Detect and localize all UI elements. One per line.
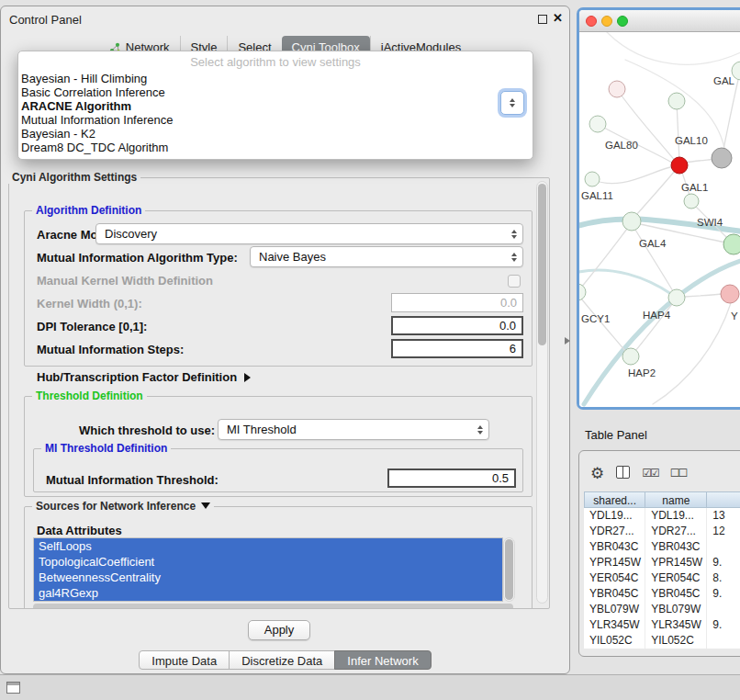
sources-title-row[interactable]: Sources for Network Inference <box>32 500 214 513</box>
network-node-gal10[interactable] <box>671 157 688 174</box>
network-edge[interactable] <box>581 229 627 288</box>
bottom-tab-impute-data[interactable]: Impute Data <box>139 650 230 670</box>
table-row[interactable]: YLR345WYLR345W9. <box>584 617 740 633</box>
table-body: YDL19...YDL19...13YDR27...YDR27...12YBR0… <box>584 508 740 649</box>
columns-icon[interactable] <box>616 466 630 480</box>
table-row[interactable]: YPR145WYPR145W9. <box>584 555 740 570</box>
control-panel-titlebar: Control Panel ✕ <box>1 6 569 32</box>
network-node-swi4[interactable] <box>723 234 740 254</box>
cell: YPR145W <box>584 555 645 570</box>
network-canvas[interactable]: GALGAL80GAL10GAL11GAL1SWI4GAL4GCY1HAP4YH… <box>579 32 740 407</box>
network-node-gal11[interactable] <box>585 172 600 186</box>
float-window-icon[interactable] <box>538 15 547 24</box>
node-label: GAL1 <box>681 182 708 193</box>
network-node[interactable] <box>609 81 625 97</box>
manual-kernel-width-label: Manual Kernel Width Definition <box>37 274 213 288</box>
deselect-rows-icon[interactable]: ☐☐ <box>670 468 687 479</box>
cell: 12 <box>707 524 740 539</box>
mi-steps-field[interactable]: 6 <box>391 339 523 358</box>
which-threshold-select[interactable]: MI Threshold <box>218 419 489 440</box>
attribute-item-selfloops[interactable]: SelfLoops <box>34 538 502 554</box>
settings-vertical-scrollbar[interactable] <box>536 181 548 604</box>
mi-threshold-field[interactable]: 0.5 <box>387 469 516 488</box>
table-row[interactable]: YBR045CYBR045C9. <box>584 586 740 602</box>
zoom-traffic-light-icon[interactable] <box>617 16 628 27</box>
apply-button[interactable]: Apply <box>248 620 310 640</box>
algorithm-option-bayesian-hill-climbing[interactable]: Bayesian - Hill Climbing <box>18 72 533 85</box>
node-label: SWI4 <box>697 217 723 228</box>
network-edge[interactable] <box>677 101 679 161</box>
hub-transcription-factor-section[interactable]: Hub/Transcription Factor Definition <box>37 370 251 384</box>
kernel-width-field[interactable]: 0.0 <box>391 293 523 312</box>
network-node-hap2[interactable] <box>622 348 639 365</box>
network-canvas-svg: GALGAL80GAL10GAL11GAL1SWI4GAL4GCY1HAP4YH… <box>579 32 740 407</box>
network-edge[interactable] <box>592 166 674 184</box>
network-edge[interactable] <box>607 32 740 64</box>
algorithm-option-basic-correlation-inference[interactable]: Basic Correlation Inference <box>18 85 533 99</box>
table-row[interactable]: YER054CYER054C8. <box>584 570 740 586</box>
node-label: HAP2 <box>628 367 656 378</box>
close-traffic-light-icon[interactable] <box>586 16 597 27</box>
network-node-gal1[interactable] <box>684 194 699 209</box>
table-row[interactable]: YDL19...YDL19...13 <box>584 508 740 524</box>
restore-panel-icon[interactable] <box>6 682 20 694</box>
table-row[interactable]: YDR27...YDR27...12 <box>584 524 740 539</box>
network-node-gal4[interactable] <box>622 212 641 231</box>
network-edge[interactable] <box>685 294 722 297</box>
attribute-item-betweennesscentrality[interactable]: BetweennessCentrality <box>34 570 502 585</box>
attributes-horizontal-scrollbar[interactable] <box>33 604 513 609</box>
algorithm-option-aracne-algorithm[interactable]: ARACNE Algorithm <box>18 99 533 113</box>
algorithm-option-mutual-information-inference[interactable]: Mutual Information Inference <box>18 113 533 127</box>
cell: YER054C <box>645 570 707 586</box>
network-window-titlebar <box>579 10 740 32</box>
algorithm-option-dream8-dc-tdc-algorithm[interactable]: Dream8 DC_TDC Algorithm <box>18 141 533 154</box>
bottom-tab-infer-network[interactable]: Infer Network <box>334 650 431 670</box>
node-label: GCY1 <box>581 313 610 324</box>
aracne-mode-select[interactable]: Discovery <box>95 223 523 244</box>
scrollbar-thumb[interactable] <box>505 539 513 600</box>
network-edge[interactable] <box>581 299 625 351</box>
which-threshold-label: Which threshold to use: <box>79 423 215 437</box>
network-node-gcy1[interactable] <box>579 284 586 300</box>
cell: 8. <box>707 570 740 586</box>
table-row[interactable]: YBR043CYBR043C <box>584 539 740 555</box>
select-rows-icon[interactable]: ☑☑ <box>642 468 658 479</box>
network-node-gal80[interactable] <box>589 116 606 132</box>
panel-collapse-arrow-icon[interactable] <box>565 337 570 344</box>
mi-algorithm-type-value: Naive Bayes <box>259 250 326 264</box>
attribute-item-gal4rgexp[interactable]: gal4RGexp <box>34 585 502 601</box>
bottom-tab-discretize-data[interactable]: Discretize Data <box>229 650 335 670</box>
column-header-shared[interactable]: shared... <box>584 491 645 508</box>
table-row[interactable]: YBL079WYBL079W <box>584 602 740 617</box>
network-node-hap4[interactable] <box>668 289 685 306</box>
column-header-name[interactable]: name <box>645 491 707 508</box>
scrollbar-thumb[interactable] <box>538 184 546 345</box>
network-edge[interactable] <box>723 76 739 153</box>
table-panel-title: Table Panel <box>585 428 647 442</box>
mi-algorithm-type-select[interactable]: Naive Bayes <box>250 246 523 267</box>
attribute-item-topologicalcoefficient[interactable]: TopologicalCoefficient <box>34 554 502 570</box>
which-threshold-value: MI Threshold <box>227 423 297 436</box>
minimize-traffic-light-icon[interactable] <box>601 16 612 27</box>
network-node[interactable] <box>712 148 732 168</box>
node-label: GAL4 <box>639 238 667 249</box>
attributes-vertical-scrollbar[interactable] <box>503 537 515 602</box>
network-node[interactable] <box>668 93 685 109</box>
window-title: Control Panel <box>9 13 82 27</box>
algorithm-option-bayesian-k2[interactable]: Bayesian - K2 <box>18 127 533 141</box>
aracne-mode-value: Discovery <box>105 227 157 241</box>
table-panel-window: ⚙ ☑☑ ☐☐ shared...name YDL19...YDL19...13… <box>578 450 740 657</box>
algorithm-dropdown-popup: Select algorithm to view settings Bayesi… <box>17 51 533 160</box>
close-icon[interactable]: ✕ <box>553 11 563 25</box>
column-header-col2[interactable] <box>707 491 740 508</box>
algorithm-combobox-button[interactable] <box>500 91 524 115</box>
gear-icon[interactable]: ⚙ <box>590 466 604 481</box>
manual-kernel-width-checkbox[interactable] <box>508 275 521 288</box>
network-node-y[interactable] <box>721 285 739 303</box>
combo-arrows-icon <box>511 230 517 239</box>
mi-algorithm-type-label: Mutual Information Algorithm Type: <box>37 251 238 265</box>
network-edge[interactable] <box>617 89 676 162</box>
table-row[interactable]: YIL052CYIL052C <box>584 633 740 649</box>
cell: 9. <box>707 586 740 602</box>
dpi-tolerance-field[interactable]: 0.0 <box>391 316 523 335</box>
